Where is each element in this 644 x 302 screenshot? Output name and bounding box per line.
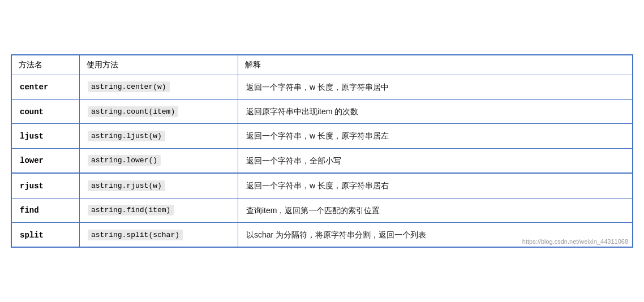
cell-usage-center: astring.center(w) <box>80 75 238 99</box>
watermark: https://blog.csdn.net/weixin_44311068 <box>522 238 628 245</box>
table-row: findastring.find(item)查询item，返回第一个匹配的索引位… <box>12 198 633 222</box>
cell-method-count: count <box>12 100 80 124</box>
cell-usage-find: astring.find(item) <box>80 198 238 222</box>
cell-usage-lower: astring.lower() <box>80 148 238 173</box>
cell-usage-ljust: astring.ljust(w) <box>80 124 238 148</box>
cell-desc-rjust: 返回一个字符串，w 长度，原字符串居右 <box>238 173 633 198</box>
table-row: centerastring.center(w)返回一个字符串，w 长度，原字符串… <box>12 75 633 99</box>
table-row: rjustastring.rjust(w)返回一个字符串，w 长度，原字符串居右 <box>12 173 633 198</box>
table-row: ljustastring.ljust(w)返回一个字符串，w 长度，原字符串居左 <box>12 124 633 148</box>
table-row: lowerastring.lower()返回一个字符串，全部小写 <box>12 148 633 173</box>
cell-method-ljust: ljust <box>12 124 80 148</box>
cell-method-lower: lower <box>12 148 80 173</box>
cell-desc-center: 返回一个字符串，w 长度，原字符串居中 <box>238 75 633 99</box>
cell-method-find: find <box>12 198 80 222</box>
cell-usage-split: astring.split(schar) <box>80 222 238 247</box>
cell-usage-count: astring.count(item) <box>80 100 238 124</box>
header-method: 方法名 <box>12 55 80 75</box>
cell-desc-lower: 返回一个字符串，全部小写 <box>238 148 633 173</box>
cell-desc-find: 查询item，返回第一个匹配的索引位置 <box>238 198 633 222</box>
cell-desc-ljust: 返回一个字符串，w 长度，原字符串居左 <box>238 124 633 148</box>
header-usage: 使用方法 <box>80 55 238 75</box>
cell-method-center: center <box>12 75 80 99</box>
header-desc: 解释 <box>238 55 633 75</box>
string-methods-table: 方法名 使用方法 解释 centerastring.center(w)返回一个字… <box>11 54 633 248</box>
table-header-row: 方法名 使用方法 解释 <box>12 55 633 75</box>
cell-desc-count: 返回原字符串中出现item 的次数 <box>238 100 633 124</box>
table-row: countastring.count(item)返回原字符串中出现item 的次… <box>12 100 633 124</box>
cell-method-split: split <box>12 222 80 247</box>
cell-usage-rjust: astring.rjust(w) <box>80 173 238 198</box>
cell-method-rjust: rjust <box>12 173 80 198</box>
